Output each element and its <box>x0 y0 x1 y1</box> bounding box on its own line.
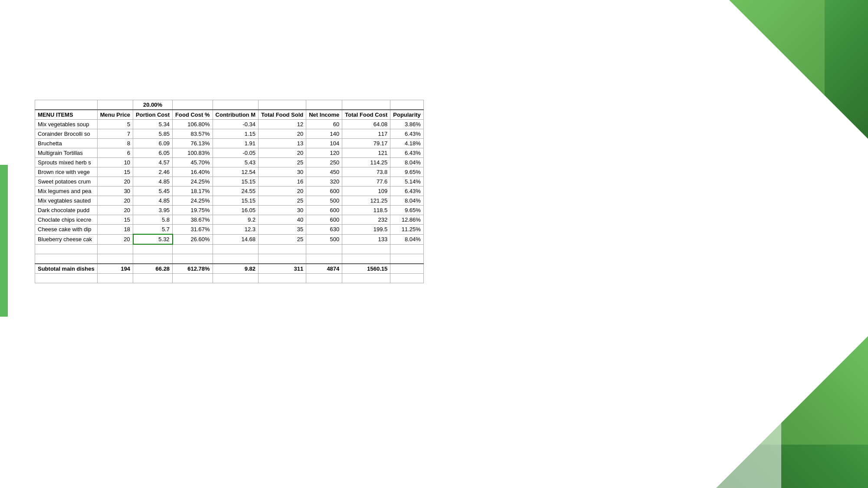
percent-row: 20.00% <box>35 100 424 110</box>
table-cell: Sprouts mixed herb s <box>35 158 98 167</box>
main-content: 20.00% MENU ITEMS Menu Price Portion Cos… <box>35 100 424 283</box>
table-cell: 76.13% <box>173 139 213 148</box>
table-cell: 20 <box>258 148 306 158</box>
table-cell: 31.67% <box>173 225 213 235</box>
empty-cell <box>173 244 213 254</box>
table-cell: 11.25% <box>390 225 424 235</box>
subtotal-cell: Subtotal main dishes <box>35 264 98 274</box>
table-cell: 45.70% <box>173 158 213 167</box>
table-cell: 232 <box>342 215 390 225</box>
empty-cell <box>306 274 342 283</box>
empty-cell-2 <box>97 100 133 110</box>
col-header-net-income: Net Income <box>306 110 342 120</box>
empty-cell <box>173 254 213 264</box>
table-cell: 600 <box>306 215 342 225</box>
table-cell: 25 <box>258 196 306 206</box>
table-cell: 5.8 <box>133 215 173 225</box>
table-cell: 20 <box>97 196 133 206</box>
table-row: Blueberry cheese cak205.3226.60%14.68255… <box>35 234 424 244</box>
table-body: Mix vegetables soup55.34106.80%-0.341260… <box>35 120 424 283</box>
table-row: Choclate chips icecre155.838.67%9.240600… <box>35 215 424 225</box>
subtotal-cell: 66.28 <box>133 264 173 274</box>
bg-triangle-bottom-right-white <box>694 401 781 488</box>
empty-row-final <box>35 274 424 283</box>
table-cell: 5.32 <box>133 234 173 244</box>
table-cell: Choclate chips icecre <box>35 215 98 225</box>
table-cell: 121 <box>342 148 390 158</box>
table-cell: 7 <box>97 129 133 139</box>
table-cell: 250 <box>306 158 342 167</box>
table-cell: 4.85 <box>133 196 173 206</box>
table-cell: 25 <box>258 158 306 167</box>
table-cell: 5.7 <box>133 225 173 235</box>
empty-cell <box>35 254 98 264</box>
empty-cell <box>258 274 306 283</box>
empty-cell <box>173 274 213 283</box>
table-cell: 38.67% <box>173 215 213 225</box>
table-cell: 6.05 <box>133 148 173 158</box>
table-cell: 8.04% <box>390 158 424 167</box>
table-cell: 10 <box>97 158 133 167</box>
subtotal-cell <box>390 264 424 274</box>
table-cell: 18 <box>97 225 133 235</box>
table-cell: 109 <box>342 187 390 196</box>
table-cell: 6.43% <box>390 187 424 196</box>
table-cell: 16 <box>258 177 306 187</box>
table-cell: Mix vegtables sauted <box>35 196 98 206</box>
table-cell: 12.3 <box>213 225 258 235</box>
table-row: Mix legumes and pea305.4518.17%24.552060… <box>35 187 424 196</box>
empty-cell <box>306 254 342 264</box>
table-cell: 1.91 <box>213 139 258 148</box>
table-cell: 24.25% <box>173 177 213 187</box>
empty-cell <box>35 274 98 283</box>
table-cell: 77.6 <box>342 177 390 187</box>
table-cell: 5.14% <box>390 177 424 187</box>
empty-cell <box>97 244 133 254</box>
table-cell: 73.8 <box>342 167 390 177</box>
table-cell: 6.43% <box>390 148 424 158</box>
table-cell: 15 <box>97 215 133 225</box>
table-cell: Sweet potatoes crum <box>35 177 98 187</box>
empty-cell <box>97 274 133 283</box>
empty-cell <box>342 244 390 254</box>
table-cell: 4.57 <box>133 158 173 167</box>
table-cell: 16.40% <box>173 167 213 177</box>
table-cell: 12.54 <box>213 167 258 177</box>
percent-label: 20.00% <box>133 100 173 110</box>
table-cell: 133 <box>342 234 390 244</box>
empty-cell <box>133 254 173 264</box>
col-header-popularity: Popularity <box>390 110 424 120</box>
table-cell: 15.15 <box>213 196 258 206</box>
table-cell: 13 <box>258 139 306 148</box>
table-cell: 3.95 <box>133 206 173 215</box>
table-cell: Bruchetta <box>35 139 98 148</box>
table-cell: 114.25 <box>342 158 390 167</box>
subtotal-cell: 9.82 <box>213 264 258 274</box>
table-cell: 79.17 <box>342 139 390 148</box>
table-cell: 12 <box>258 120 306 129</box>
table-cell: 118.5 <box>342 206 390 215</box>
table-cell: 4.18% <box>390 139 424 148</box>
empty-cell <box>390 274 424 283</box>
empty-cell <box>133 244 173 254</box>
empty-row <box>35 254 424 264</box>
table-cell: 24.25% <box>173 196 213 206</box>
table-cell: 630 <box>306 225 342 235</box>
empty-cell-1 <box>35 100 98 110</box>
table-row: Mix vegetables soup55.34106.80%-0.341260… <box>35 120 424 129</box>
table-cell: 6.09 <box>133 139 173 148</box>
table-cell: 500 <box>306 234 342 244</box>
empty-cell-8 <box>390 100 424 110</box>
table-cell: 6 <box>97 148 133 158</box>
table-row: Multigrain Tortillas66.05100.83%-0.05201… <box>35 148 424 158</box>
empty-cell-5 <box>258 100 306 110</box>
table-cell: -0.34 <box>213 120 258 129</box>
table-cell: 6.43% <box>390 129 424 139</box>
empty-cell <box>390 254 424 264</box>
table-cell: 5 <box>97 120 133 129</box>
table-cell: 16.05 <box>213 206 258 215</box>
table-cell: 320 <box>306 177 342 187</box>
col-header-menu-items: MENU ITEMS <box>35 110 98 120</box>
table-cell: 25 <box>258 234 306 244</box>
table-cell: 140 <box>306 129 342 139</box>
